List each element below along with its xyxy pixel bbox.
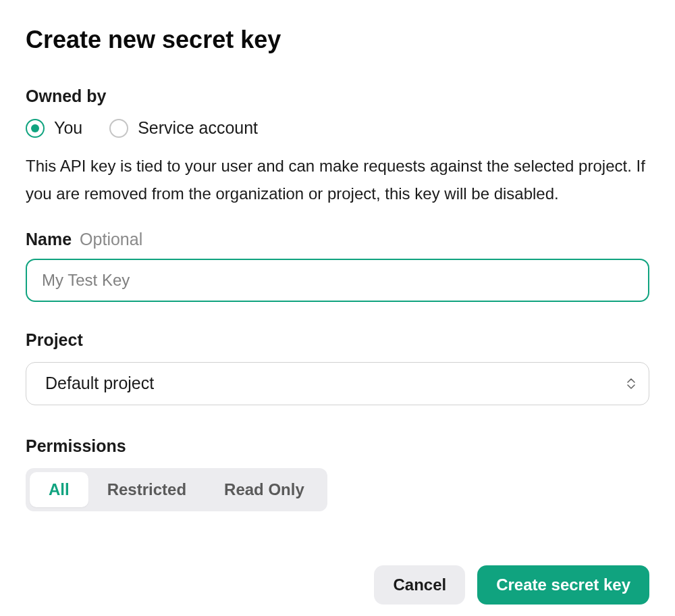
radio-label: Service account — [138, 118, 258, 138]
permissions-readonly-tab[interactable]: Read Only — [205, 472, 323, 507]
action-buttons: Cancel Create secret key — [26, 565, 649, 605]
owned-by-description: This API key is tied to your user and ca… — [26, 153, 649, 208]
project-select[interactable]: Default project — [26, 362, 649, 405]
permissions-segmented: All Restricted Read Only — [26, 468, 327, 511]
permissions-all-tab[interactable]: All — [30, 472, 88, 507]
name-input[interactable] — [26, 259, 649, 302]
radio-label: You — [54, 118, 82, 138]
project-label: Project — [26, 330, 649, 350]
owned-by-you-radio[interactable]: You — [26, 118, 82, 138]
owned-by-label: Owned by — [26, 86, 649, 106]
permissions-label: Permissions — [26, 436, 649, 456]
cancel-button[interactable]: Cancel — [374, 565, 465, 605]
radio-icon — [109, 119, 128, 138]
select-updown-icon — [627, 378, 635, 389]
page-title: Create new secret key — [26, 26, 649, 54]
name-label: Name — [26, 230, 72, 249]
owned-by-service-account-radio[interactable]: Service account — [109, 118, 258, 138]
name-optional-hint: Optional — [80, 230, 142, 249]
project-selected-value: Default project — [45, 374, 154, 393]
owned-by-radio-group: You Service account — [26, 118, 649, 138]
create-secret-key-button[interactable]: Create secret key — [477, 565, 649, 605]
radio-icon — [26, 119, 45, 138]
permissions-restricted-tab[interactable]: Restricted — [88, 472, 205, 507]
